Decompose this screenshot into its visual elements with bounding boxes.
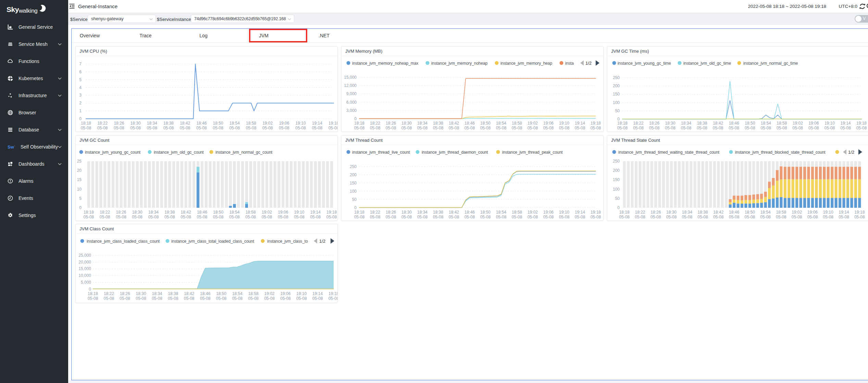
svg-text:18:22: 18:22: [104, 291, 114, 296]
svg-text:200: 200: [350, 173, 357, 177]
svg-text:18:46: 18:46: [200, 291, 210, 296]
svg-text:05-08: 05-08: [559, 126, 570, 130]
svg-text:05-08: 05-08: [262, 215, 272, 219]
svg-text:05-08: 05-08: [665, 126, 675, 130]
svg-text:instance_jvm_thread_daemon_cou: instance_jvm_thread_daemon_count: [422, 150, 488, 155]
svg-text:19:10: 19:10: [559, 210, 569, 215]
svg-text:05-08: 05-08: [229, 215, 240, 219]
svg-text:18:58: 18:58: [777, 121, 787, 126]
svg-text:05-08: 05-08: [760, 126, 771, 130]
svg-text:18:54: 18:54: [496, 210, 506, 215]
svg-text:18:30: 18:30: [136, 291, 146, 296]
svg-text:05-08: 05-08: [697, 126, 707, 130]
svg-text:250: 250: [613, 75, 620, 80]
svg-text:05-08: 05-08: [312, 296, 323, 301]
svg-text:18:34: 18:34: [682, 210, 692, 215]
svg-text:100: 100: [613, 100, 620, 105]
svg-text:19:14: 19:14: [312, 291, 323, 296]
svg-text:18:26: 18:26: [114, 121, 124, 126]
svg-text:0: 0: [354, 116, 357, 121]
svg-text:18:22: 18:22: [370, 121, 380, 126]
svg-text:05-08: 05-08: [328, 126, 338, 130]
svg-text:05-08: 05-08: [147, 126, 157, 130]
svg-text:05-08: 05-08: [777, 126, 787, 130]
svg-text:05-08: 05-08: [528, 215, 538, 219]
svg-text:instance_jvm_normal_gc_time: instance_jvm_normal_gc_time: [743, 61, 798, 66]
svg-text:18:30: 18:30: [401, 121, 412, 126]
svg-text:05-08: 05-08: [264, 296, 275, 301]
svg-text:05-08: 05-08: [196, 126, 207, 130]
svg-text:05-08: 05-08: [776, 215, 786, 219]
svg-text:15: 15: [77, 177, 82, 182]
svg-text:05-08: 05-08: [575, 215, 585, 219]
svg-text:05-08: 05-08: [854, 215, 865, 219]
svg-text:18:18: 18:18: [354, 121, 364, 126]
svg-text:15,000: 15,000: [78, 266, 91, 271]
svg-text:05-08: 05-08: [633, 126, 644, 130]
svg-text:18:58: 18:58: [512, 121, 522, 126]
svg-text:18:18: 18:18: [354, 210, 364, 215]
svg-text:1/2: 1/2: [585, 61, 592, 66]
svg-text:250: 250: [613, 159, 620, 164]
svg-text:18:22: 18:22: [633, 121, 643, 126]
svg-text:05-08: 05-08: [370, 126, 381, 130]
svg-text:0: 0: [79, 205, 82, 210]
svg-text:05-08: 05-08: [496, 215, 507, 219]
svg-text:5,000: 5,000: [81, 280, 91, 285]
svg-text:05-08: 05-08: [464, 215, 475, 219]
svg-text:05-08: 05-08: [480, 126, 491, 130]
svg-text:05-08: 05-08: [729, 126, 739, 130]
svg-text:19:14: 19:14: [575, 210, 585, 215]
svg-text:18:34: 18:34: [148, 210, 159, 215]
svg-text:05-08: 05-08: [824, 126, 835, 130]
svg-text:05-08: 05-08: [417, 126, 428, 130]
svg-text:18:42: 18:42: [181, 210, 191, 215]
svg-text:instance_jvm_thread_live_count: instance_jvm_thread_live_count: [352, 150, 410, 155]
svg-text:05-08: 05-08: [246, 126, 257, 130]
svg-text:18:54: 18:54: [496, 121, 506, 126]
svg-text:05-08: 05-08: [245, 215, 256, 219]
svg-text:05-08: 05-08: [310, 215, 321, 219]
svg-text:05-08: 05-08: [197, 215, 208, 219]
svg-text:18:54: 18:54: [761, 121, 771, 126]
svg-text:50: 50: [615, 108, 620, 113]
svg-text:9,000: 9,000: [346, 91, 357, 96]
svg-text:18:50: 18:50: [745, 210, 755, 215]
svg-text:19:14: 19:14: [839, 210, 849, 215]
svg-text:05-08: 05-08: [120, 296, 130, 301]
svg-text:05-08: 05-08: [591, 215, 601, 219]
svg-text:05-08: 05-08: [180, 126, 190, 130]
svg-text:19:18: 19:18: [328, 121, 338, 126]
svg-text:18:38: 18:38: [433, 210, 443, 215]
svg-text:18:46: 18:46: [464, 210, 475, 215]
svg-text:05-08: 05-08: [164, 215, 175, 219]
svg-text:19:10: 19:10: [824, 121, 835, 126]
svg-text:instance_jvm_thread_blocked_st: instance_jvm_thread_blocked_state_thread…: [735, 150, 826, 155]
svg-text:18:18: 18:18: [88, 291, 98, 296]
svg-text:19:18: 19:18: [326, 210, 337, 215]
svg-text:19:02: 19:02: [264, 291, 274, 296]
svg-text:05-08: 05-08: [116, 215, 126, 219]
svg-text:18:50: 18:50: [213, 210, 223, 215]
svg-text:Sw: Sw: [8, 144, 14, 150]
svg-text:05-08: 05-08: [401, 215, 412, 219]
svg-text:18:26: 18:26: [116, 210, 126, 215]
svg-text:05-08: 05-08: [132, 215, 142, 219]
svg-text:05-08: 05-08: [280, 296, 291, 301]
svg-text:18:38: 18:38: [697, 121, 707, 126]
svg-text:18:46: 18:46: [196, 121, 207, 126]
svg-text:05-08: 05-08: [100, 215, 110, 219]
svg-text:05-08: 05-08: [745, 215, 755, 219]
svg-text:18:26: 18:26: [650, 210, 661, 215]
svg-text:05-08: 05-08: [326, 215, 337, 219]
svg-text:150: 150: [613, 177, 620, 182]
svg-text:18:50: 18:50: [213, 121, 223, 126]
svg-text:19:14: 19:14: [310, 210, 321, 215]
svg-text:18:30: 18:30: [666, 210, 677, 215]
svg-text:18:30: 18:30: [665, 121, 675, 126]
svg-text:19:18: 19:18: [591, 210, 601, 215]
svg-text:05-08: 05-08: [279, 126, 289, 130]
svg-text:5: 5: [79, 196, 82, 201]
svg-text:instance_jvm_old_gc_time: instance_jvm_old_gc_time: [683, 61, 731, 66]
svg-text:18:58: 18:58: [512, 210, 522, 215]
